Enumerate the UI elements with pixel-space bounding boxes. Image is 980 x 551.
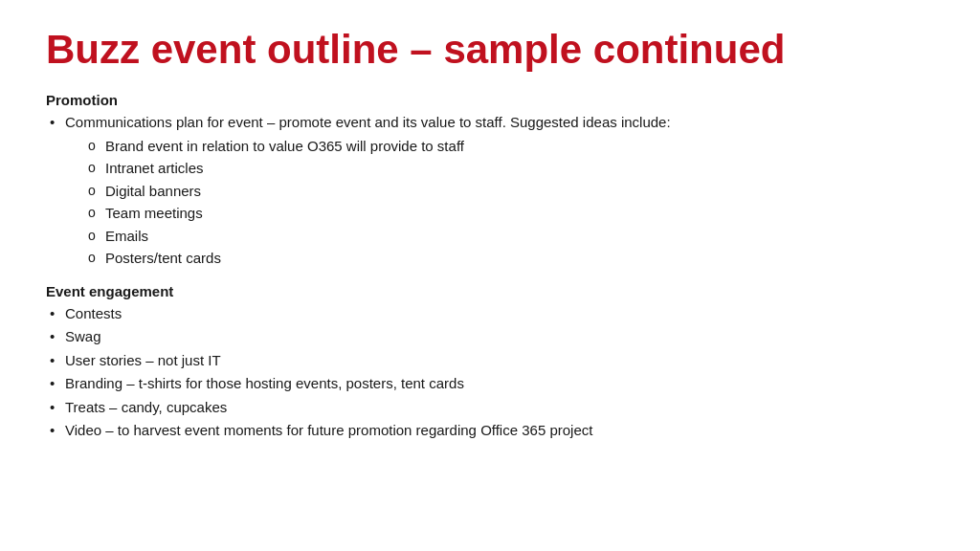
engagement-item-4: Branding – t-shirts for those hosting ev… (46, 373, 934, 395)
sub-item-2: Intranet articles (84, 158, 934, 180)
engagement-item-6: Video – to harvest event moments for fut… (46, 420, 934, 442)
engagement-item-5: Treats – candy, cupcakes (46, 397, 934, 419)
event-engagement-heading: Event engagement (46, 283, 934, 299)
promotion-list: Communications plan for event – promote … (46, 112, 934, 270)
slide: Buzz event outline – sample continued Pr… (0, 0, 980, 551)
sub-item-5: Emails (84, 226, 934, 248)
engagement-item-2: Swag (46, 326, 934, 348)
sub-item-6: Posters/tent cards (84, 248, 934, 270)
sub-item-1: Brand event in relation to value O365 wi… (84, 136, 934, 158)
promotion-section: Promotion Communications plan for event … (46, 92, 934, 283)
promotion-item-1: Communications plan for event – promote … (46, 112, 934, 270)
event-engagement-section: Event engagement Contests Swag User stor… (46, 283, 934, 455)
slide-title: Buzz event outline – sample continued (46, 27, 934, 73)
engagement-item-3: User stories – not just IT (46, 350, 934, 372)
engagement-item-1: Contests (46, 303, 934, 325)
promotion-heading: Promotion (46, 92, 934, 108)
promotion-sub-list: Brand event in relation to value O365 wi… (65, 136, 934, 270)
sub-item-4: Team meetings (84, 203, 934, 225)
sub-item-3: Digital banners (84, 181, 934, 203)
event-engagement-list: Contests Swag User stories – not just IT… (46, 303, 934, 442)
